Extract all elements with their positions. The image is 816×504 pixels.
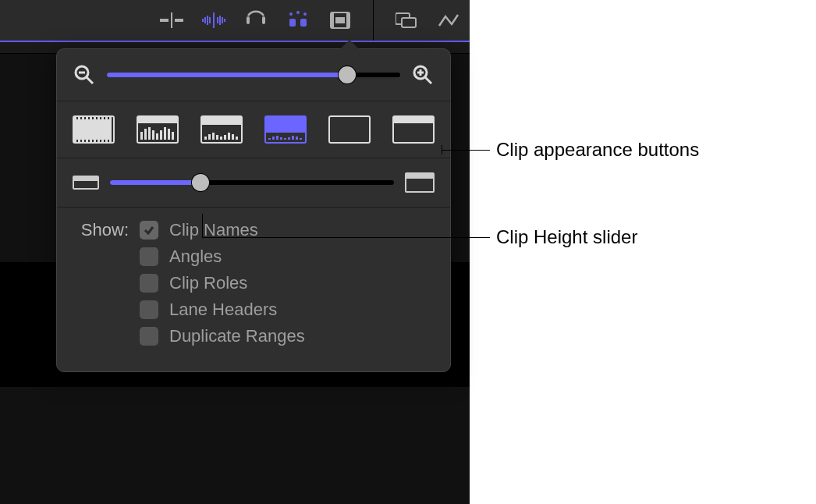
svg-line-29 <box>425 77 431 83</box>
svg-rect-7 <box>213 12 215 28</box>
callout-lead <box>442 150 490 151</box>
show-option-row: Duplicate Ranges <box>74 326 435 346</box>
svg-rect-9 <box>219 16 221 25</box>
show-option-row: Angles <box>74 247 435 267</box>
clip-height-slider[interactable] <box>110 173 394 192</box>
clip-appearance-label-only[interactable] <box>392 115 435 144</box>
checkbox-angles[interactable] <box>140 247 158 266</box>
show-option-label: Duplicate Ranges <box>169 326 305 346</box>
toolbar-separator <box>373 0 374 41</box>
clip-height-row <box>73 172 435 193</box>
svg-rect-2 <box>175 19 183 22</box>
svg-point-15 <box>296 11 300 14</box>
share-icon[interactable] <box>435 7 462 34</box>
clip-height-small-icon <box>73 176 99 190</box>
svg-rect-10 <box>222 17 223 23</box>
clip-appearance-filmstrip-only[interactable] <box>328 115 371 144</box>
svg-rect-8 <box>217 17 218 23</box>
show-option-label: Lane Headers <box>169 300 277 320</box>
checkbox-clip-roles[interactable] <box>140 274 158 293</box>
show-option-row: Lane Headers <box>74 300 435 320</box>
show-option-row: Clip Roles <box>74 273 435 293</box>
svg-rect-24 <box>402 18 416 27</box>
svg-rect-22 <box>335 17 345 23</box>
show-option-label: Clip Roles <box>169 273 247 293</box>
toolbar <box>0 0 470 42</box>
svg-rect-3 <box>202 19 204 22</box>
svg-rect-17 <box>289 19 296 27</box>
svg-point-14 <box>289 12 293 16</box>
svg-rect-4 <box>204 17 206 23</box>
clip-height-large-icon <box>405 172 435 193</box>
svg-rect-18 <box>300 19 307 27</box>
svg-rect-6 <box>209 17 211 23</box>
clip-appearance-filmstrip-prominent[interactable] <box>264 115 307 144</box>
snapping-icon[interactable] <box>285 7 311 34</box>
show-label: Show: <box>74 220 129 240</box>
audio-skimmer-icon[interactable] <box>200 7 227 34</box>
show-options: Show:Clip NamesAnglesClip RolesLane Head… <box>57 208 450 371</box>
zoom-in-icon[interactable] <box>411 63 435 87</box>
callout-height: Clip Height slider <box>496 226 637 248</box>
zoom-out-icon[interactable] <box>73 63 96 87</box>
skimmer-icon[interactable] <box>158 7 185 34</box>
checkbox-clip-names[interactable] <box>140 221 158 240</box>
callout-appearance: Clip appearance buttons <box>496 139 699 161</box>
svg-rect-11 <box>224 19 225 22</box>
clip-appearance-waveform-only[interactable] <box>73 115 115 144</box>
clip-appearance-buttons <box>73 115 435 144</box>
clip-appearance-popover: Show:Clip NamesAnglesClip RolesLane Head… <box>56 48 451 372</box>
solo-icon[interactable] <box>243 7 269 34</box>
clip-appearance-large-waveform[interactable] <box>137 115 179 144</box>
callout-lead <box>202 237 490 238</box>
checkbox-duplicate-ranges[interactable] <box>140 327 158 346</box>
clip-appearance-half-half[interactable] <box>200 115 243 144</box>
svg-rect-0 <box>160 19 169 22</box>
svg-line-26 <box>87 77 93 83</box>
svg-rect-5 <box>207 16 208 25</box>
zoom-slider[interactable] <box>107 66 400 84</box>
index-icon[interactable] <box>393 7 420 34</box>
show-option-label: Angles <box>169 247 222 267</box>
zoom-slider-row <box>73 63 435 87</box>
clip-appearance-icon[interactable] <box>327 7 353 34</box>
svg-rect-12 <box>247 16 250 24</box>
svg-rect-21 <box>346 12 349 28</box>
svg-rect-20 <box>331 12 334 28</box>
svg-rect-1 <box>171 12 172 28</box>
svg-rect-13 <box>262 16 265 24</box>
checkbox-lane-headers[interactable] <box>140 300 158 319</box>
svg-point-16 <box>303 12 307 16</box>
